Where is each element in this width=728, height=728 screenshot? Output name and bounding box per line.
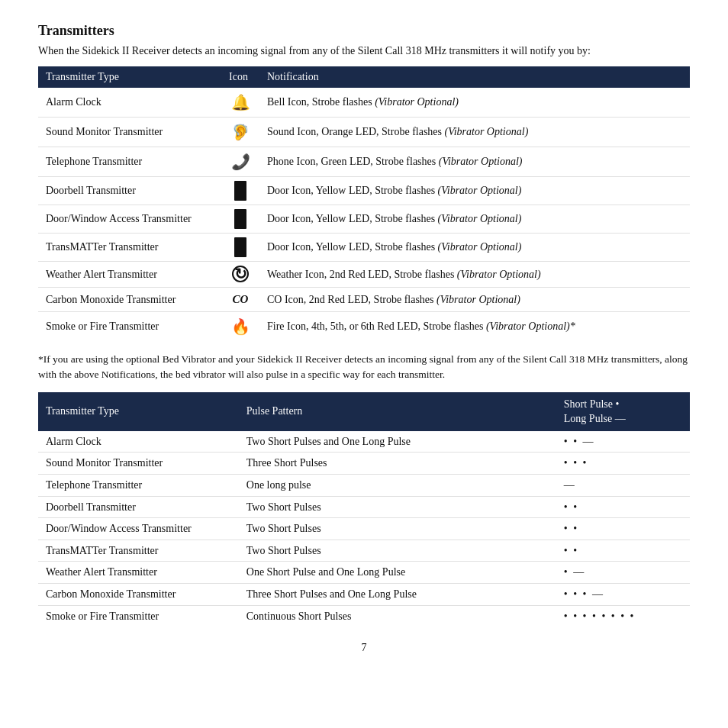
transmitter-type-cell: Door/Window Access Transmitter (38, 518, 239, 540)
transmitter-type-cell: Weather Alert Transmitter (38, 261, 221, 288)
table-row: Alarm ClockTwo Short Pulses and One Long… (38, 431, 690, 453)
notification-cell: Fire Icon, 4th, 5th, or 6th Red LED, Str… (259, 312, 690, 342)
icon-cell (221, 205, 259, 233)
page-title: Transmitters (38, 23, 690, 39)
intro-text: When the Sidekick II Receiver detects an… (38, 43, 690, 59)
transmitter-type-cell: Doorbell Transmitter (38, 176, 221, 205)
table1-header-type: Transmitter Type (38, 66, 221, 88)
pulse-symbol-cell: • • • — (556, 584, 690, 606)
table-row: Doorbell TransmitterTwo Short Pulses• • (38, 496, 690, 518)
transmitter-type-cell: Sound Monitor Transmitter (38, 117, 221, 147)
table-row: Door/Window Access TransmitterTwo Short … (38, 518, 690, 540)
icon-cell: 📞 (221, 147, 259, 176)
notification-cell: Door Icon, Yellow LED, Strobe flashes (V… (259, 176, 690, 205)
pulse-pattern-cell: One long pulse (239, 475, 556, 497)
pulse-symbol-cell: • • (556, 540, 690, 562)
transmitter-type-cell: Telephone Transmitter (38, 475, 239, 497)
table-row: Alarm Clock🔔Bell Icon, Strobe flashes (V… (38, 88, 690, 118)
table2-header-symbol: Short Pulse • Long Pulse — (556, 392, 690, 431)
transmitter-type-cell: TransMATTer Transmitter (38, 540, 239, 562)
table2-header-row: Transmitter Type Pulse Pattern Short Pul… (38, 392, 690, 431)
footnote-text: *If you are using the optional Bed Vibra… (38, 352, 690, 383)
transmitter-type-cell: Carbon Monoxide Transmitter (38, 584, 239, 606)
transmitter-type-cell: Alarm Clock (38, 431, 239, 453)
pulse-symbol-cell: — (556, 475, 690, 497)
notification-cell: Bell Icon, Strobe flashes (Vibrator Opti… (259, 88, 690, 118)
table-row: Carbon Monoxide TransmitterCOCO Icon, 2n… (38, 288, 690, 312)
pulse-symbol-cell: • • • (556, 453, 690, 475)
transmitters-table-1: Transmitter Type Icon Notification Alarm… (38, 66, 690, 342)
transmitter-type-cell: TransMATTer Transmitter (38, 233, 221, 261)
transmitter-type-cell: Weather Alert Transmitter (38, 562, 239, 584)
pulse-symbol-cell: • • (556, 496, 690, 518)
table1-header-notification: Notification (259, 66, 690, 88)
page-number: 7 (38, 642, 690, 654)
icon-cell: 🔥 (221, 312, 259, 342)
pulse-symbol-cell: • • (556, 518, 690, 540)
icon-cell (221, 176, 259, 205)
table2-header-type: Transmitter Type (38, 392, 239, 431)
table-row: Weather Alert TransmitterOne Short Pulse… (38, 562, 690, 584)
pulse-pattern-cell: Two Short Pulses (239, 496, 556, 518)
table-row: Carbon Monoxide TransmitterThree Short P… (38, 584, 690, 606)
table-row: Telephone TransmitterOne long pulse— (38, 475, 690, 497)
pulse-pattern-cell: Three Short Pulses and One Long Pulse (239, 584, 556, 606)
notification-cell: Door Icon, Yellow LED, Strobe flashes (V… (259, 205, 690, 233)
transmitter-type-cell: Carbon Monoxide Transmitter (38, 288, 221, 312)
transmitter-type-cell: Door/Window Access Transmitter (38, 205, 221, 233)
transmitter-type-cell: Sound Monitor Transmitter (38, 453, 239, 475)
icon-cell: 🔔 (221, 88, 259, 118)
icon-cell: CO (221, 288, 259, 312)
icon-cell: 🦻 (221, 117, 259, 147)
table2-header-pattern: Pulse Pattern (239, 392, 556, 431)
table-row: Weather Alert Transmitter↻Weather Icon, … (38, 261, 690, 288)
notification-cell: Phone Icon, Green LED, Strobe flashes (V… (259, 147, 690, 176)
pulse-pattern-cell: One Short Pulse and One Long Pulse (239, 562, 556, 584)
icon-cell: ↻ (221, 261, 259, 288)
table1-header-row: Transmitter Type Icon Notification (38, 66, 690, 88)
table-row: TransMATTer TransmitterDoor Icon, Yellow… (38, 233, 690, 261)
table-row: TransMATTer TransmitterTwo Short Pulses•… (38, 540, 690, 562)
table-row: Sound Monitor Transmitter🦻Sound Icon, Or… (38, 117, 690, 147)
table-row: Door/Window Access TransmitterDoor Icon,… (38, 205, 690, 233)
table-row: Smoke or Fire TransmitterContinuous Shor… (38, 605, 690, 627)
notification-cell: Weather Icon, 2nd Red LED, Strobe flashe… (259, 261, 690, 288)
notification-cell: Door Icon, Yellow LED, Strobe flashes (V… (259, 233, 690, 261)
transmitter-type-cell: Doorbell Transmitter (38, 496, 239, 518)
notification-cell: Sound Icon, Orange LED, Strobe flashes (… (259, 117, 690, 147)
table-row: Sound Monitor TransmitterThree Short Pul… (38, 453, 690, 475)
pulse-symbol-cell: • — (556, 562, 690, 584)
table-row: Telephone Transmitter📞Phone Icon, Green … (38, 147, 690, 176)
icon-cell (221, 233, 259, 261)
pulse-symbol-cell: • • — (556, 431, 690, 453)
table-row: Smoke or Fire Transmitter🔥Fire Icon, 4th… (38, 312, 690, 342)
transmitter-type-cell: Smoke or Fire Transmitter (38, 605, 239, 627)
pulse-pattern-cell: Three Short Pulses (239, 453, 556, 475)
pulse-symbol-cell: • • • • • • • • (556, 605, 690, 627)
table1-header-icon: Icon (221, 66, 259, 88)
pulse-pattern-cell: Two Short Pulses and One Long Pulse (239, 431, 556, 453)
pulse-pattern-cell: Two Short Pulses (239, 540, 556, 562)
table-row: Doorbell TransmitterDoor Icon, Yellow LE… (38, 176, 690, 205)
transmitters-table-2: Transmitter Type Pulse Pattern Short Pul… (38, 392, 690, 627)
pulse-pattern-cell: Two Short Pulses (239, 518, 556, 540)
transmitter-type-cell: Smoke or Fire Transmitter (38, 312, 221, 342)
pulse-pattern-cell: Continuous Short Pulses (239, 605, 556, 627)
transmitter-type-cell: Telephone Transmitter (38, 147, 221, 176)
notification-cell: CO Icon, 2nd Red LED, Strobe flashes (Vi… (259, 288, 690, 312)
transmitter-type-cell: Alarm Clock (38, 88, 221, 118)
